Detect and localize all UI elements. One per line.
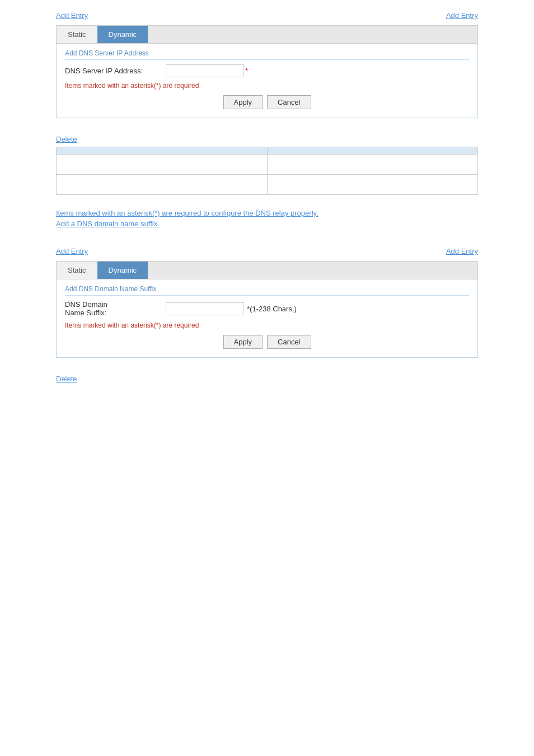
middle-link-2[interactable]: Add a DNS domain name suffix. — [56, 220, 478, 228]
top-table-section — [56, 147, 478, 195]
bottom-button-row: Apply Cancel — [65, 335, 469, 349]
tab-dynamic-top[interactable]: Dynamic — [97, 26, 148, 43]
bottom-dns-domain-label: DNS Domain Name Suffix: — [65, 300, 166, 317]
bottom-dns-domain-row: DNS Domain Name Suffix: *(1-238 Chars.) — [65, 300, 469, 317]
top-table-cell-2-2 — [267, 175, 478, 195]
tab-static-bottom[interactable]: Static — [57, 262, 97, 279]
top-add-entry-right[interactable]: Add Entry — [446, 11, 478, 20]
top-add-entry-left[interactable]: Add Entry — [56, 11, 88, 20]
table-row — [57, 155, 478, 175]
top-table-cell-1-1 — [57, 155, 268, 175]
top-table-delete-link[interactable]: Delete — [56, 135, 77, 143]
top-form-panel: Add DNS Server IP Address DNS Server IP … — [56, 44, 478, 118]
spacer-mid — [11, 236, 523, 247]
middle-link-1[interactable]: Items marked with an asterisk(*) are req… — [56, 209, 478, 217]
top-form-title: Add DNS Server IP Address — [65, 49, 469, 60]
top-table-header-row — [57, 147, 478, 155]
top-cancel-button[interactable]: Cancel — [267, 95, 311, 109]
bottom-tab-section: Static Dynamic Add DNS Domain Name Suffi… — [11, 261, 523, 358]
bottom-apply-button[interactable]: Apply — [223, 335, 263, 349]
bottom-dns-domain-input[interactable] — [166, 302, 244, 315]
table-row — [57, 175, 478, 195]
top-section-links: Add Entry Add Entry — [11, 11, 523, 20]
bottom-field-hint: *(1-238 Chars.) — [247, 305, 297, 313]
bottom-table-link-row: Delete — [11, 375, 523, 383]
middle-sub-links: Items marked with an asterisk(*) are req… — [11, 206, 523, 236]
bottom-add-entry-right[interactable]: Add Entry — [446, 247, 478, 255]
tab-bar-filler — [148, 26, 477, 43]
bottom-tab-bar: Static Dynamic — [56, 261, 478, 279]
top-tab-bar: Static Dynamic — [56, 25, 478, 44]
bottom-tab-bar-filler — [148, 262, 477, 279]
bottom-required-note: Items marked with an asterisk(*) are req… — [65, 321, 469, 329]
bottom-dns-domain-label-line2: Name Suffix: — [65, 309, 106, 317]
top-dns-ip-input[interactable] — [166, 64, 244, 77]
top-table-col1 — [57, 147, 268, 155]
bottom-table-delete-link[interactable]: Delete — [56, 375, 77, 383]
bottom-form-panel: Add DNS Domain Name Suffix DNS Domain Na… — [56, 279, 478, 358]
tab-dynamic-bottom[interactable]: Dynamic — [97, 262, 148, 279]
top-button-row: Apply Cancel — [65, 95, 469, 109]
top-table-cell-2-1 — [57, 175, 268, 195]
top-tab-section: Static Dynamic Add DNS Server IP Address… — [11, 25, 523, 118]
bottom-dns-domain-label-line1: DNS Domain — [65, 300, 107, 309]
top-required-note: Items marked with an asterisk(*) are req… — [65, 82, 469, 90]
bottom-section-links: Add Entry Add Entry — [11, 247, 523, 255]
top-table-link-row: Delete — [11, 135, 523, 143]
top-dns-ip-row: DNS Server IP Address: * — [65, 64, 469, 77]
top-data-table — [56, 147, 478, 195]
bottom-cancel-button[interactable]: Cancel — [267, 335, 311, 349]
top-dns-ip-label: DNS Server IP Address: — [65, 67, 166, 75]
bottom-add-entry-left[interactable]: Add Entry — [56, 247, 88, 255]
top-asterisk: * — [245, 67, 248, 75]
top-table-col2 — [267, 147, 478, 155]
bottom-form-title: Add DNS Domain Name Suffix — [65, 285, 469, 296]
top-table-cell-1-2 — [267, 155, 478, 175]
tab-static-top[interactable]: Static — [57, 26, 97, 43]
top-apply-button[interactable]: Apply — [223, 95, 263, 109]
